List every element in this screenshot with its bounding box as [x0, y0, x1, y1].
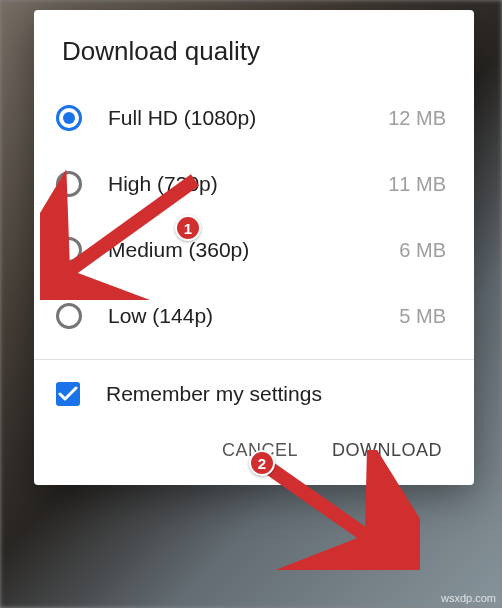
option-medium[interactable]: Medium (360p) 6 MB [56, 217, 446, 283]
cancel-button[interactable]: CANCEL [222, 440, 298, 461]
option-low[interactable]: Low (144p) 5 MB [56, 283, 446, 349]
download-button[interactable]: DOWNLOAD [332, 440, 442, 461]
option-size: 12 MB [388, 107, 446, 130]
remember-settings-row[interactable]: Remember my settings [34, 360, 474, 422]
option-label: Full HD (1080p) [108, 106, 388, 130]
option-size: 6 MB [399, 239, 446, 262]
download-quality-dialog: Download quality Full HD (1080p) 12 MB H… [34, 10, 474, 485]
option-label: Medium (360p) [108, 238, 399, 262]
option-size: 5 MB [399, 305, 446, 328]
remember-label: Remember my settings [106, 382, 322, 406]
checkbox-icon[interactable] [56, 382, 80, 406]
dialog-title: Download quality [34, 10, 474, 85]
option-high[interactable]: High (720p) 11 MB [56, 151, 446, 217]
radio-icon[interactable] [56, 171, 82, 197]
option-label: High (720p) [108, 172, 388, 196]
radio-icon[interactable] [56, 237, 82, 263]
dialog-buttons: CANCEL DOWNLOAD [34, 422, 474, 485]
radio-icon[interactable] [56, 303, 82, 329]
option-label: Low (144p) [108, 304, 399, 328]
option-size: 11 MB [388, 173, 446, 196]
watermark: wsxdp.com [441, 592, 496, 604]
option-full-hd[interactable]: Full HD (1080p) 12 MB [56, 85, 446, 151]
quality-options-list: Full HD (1080p) 12 MB High (720p) 11 MB … [34, 85, 474, 349]
radio-icon[interactable] [56, 105, 82, 131]
